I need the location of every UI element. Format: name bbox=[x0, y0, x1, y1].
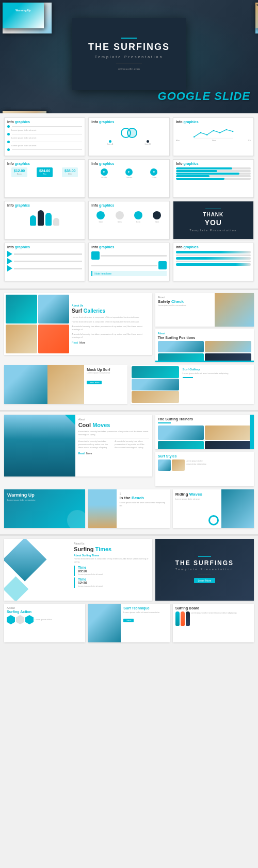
riding-waves-card: Riding Waves Lorem ipsum dolor sit amet bbox=[173, 489, 254, 528]
slide-info-6: Info graphics bbox=[173, 159, 254, 198]
gallery-img-3 bbox=[6, 325, 37, 353]
beach-t2: Beach bbox=[132, 496, 144, 500]
time2-label: Time bbox=[78, 577, 103, 581]
more-label: More bbox=[79, 341, 85, 344]
arrow-right-1 bbox=[7, 251, 12, 257]
hero-section: Surf Styles Warming Up THE SURFINGS Temp… bbox=[0, 0, 258, 113]
dot-1 bbox=[7, 125, 10, 128]
cool-moves-text3: A wonderful serenity has taken possessio… bbox=[115, 440, 149, 449]
surfings-dark-sub: Template Presentation bbox=[175, 568, 234, 571]
sg-img-3 bbox=[132, 391, 179, 403]
svg-point-3 bbox=[213, 130, 214, 131]
slide-info-2: Info graphics Item A Item B bbox=[88, 117, 169, 156]
bar-3 bbox=[45, 213, 52, 226]
cool-moves-t1: Cool bbox=[78, 422, 91, 428]
gallery-img-2 bbox=[38, 295, 70, 324]
surfings-btn[interactable]: Learn More bbox=[194, 578, 216, 583]
person-icon-2: ⚬ bbox=[125, 168, 133, 176]
circ-3 bbox=[134, 211, 142, 219]
surf-gallery-text-1: Human brain structure is composed of thr… bbox=[72, 316, 149, 319]
feature-row-3: About Cool Moves A wonderful serenity ha… bbox=[4, 415, 254, 486]
riding-img bbox=[221, 489, 254, 528]
slides-row-4: Info graphics bbox=[4, 243, 254, 281]
beach-img bbox=[88, 489, 117, 528]
mock-up-card: Mock Up Surf Lorem ipsum consectetur Lea… bbox=[4, 365, 127, 404]
hero-thumb-bl3 bbox=[3, 111, 46, 113]
surfing-positions-title: The Surfing Positions bbox=[158, 336, 251, 339]
circ-4 bbox=[153, 211, 161, 219]
hero-subtitle: Template Presentation bbox=[95, 55, 164, 59]
svg-point-5 bbox=[225, 129, 227, 130]
venn-circle-2 bbox=[127, 128, 137, 138]
cool-moves-t2: Moves bbox=[92, 422, 110, 428]
gallery-img-1 bbox=[6, 295, 37, 324]
surf-gallery-sm-card: Surf Gallery Lorem ipsum dolor sit amet … bbox=[131, 365, 254, 404]
svg-point-2 bbox=[206, 134, 208, 135]
time1-value: 09:30 bbox=[78, 569, 103, 573]
trainer-img-2 bbox=[205, 426, 251, 440]
svg-point-0 bbox=[194, 137, 195, 138]
technique-btn[interactable]: Detail bbox=[123, 619, 134, 622]
hero-title: THE SURFINGS bbox=[88, 42, 170, 53]
mock-up-img-1 bbox=[4, 365, 47, 404]
safety-check-card: About Safety Check Lorem ipsum dolor con… bbox=[155, 293, 254, 327]
trainer-img-1 bbox=[158, 426, 204, 440]
person-icon-1: ⚬ bbox=[101, 168, 108, 176]
slides-row-3: Info graphics Info graphics bbox=[4, 201, 254, 240]
hero-url: www.surfin.com bbox=[118, 67, 140, 71]
surf-gallery-text-4: A wonderful serenity has taken possessio… bbox=[72, 333, 149, 339]
time2-value: 12:30 bbox=[78, 581, 103, 585]
surf-technique-card: Surf Technique Lorem ipsum dolor sit ame… bbox=[88, 604, 169, 642]
surf-styles-title: Surf Styles bbox=[158, 454, 251, 458]
thankyou-text-2: YOU bbox=[189, 218, 237, 227]
person-icon-3: ⚬ bbox=[150, 168, 157, 176]
board-2 bbox=[181, 611, 185, 626]
warming-up-title: Warming Up bbox=[7, 492, 82, 498]
bottom-section: About Us Surfing Times About Surfing Tim… bbox=[0, 536, 258, 649]
dot-3 bbox=[7, 141, 10, 143]
surfing-times-img bbox=[4, 539, 46, 581]
cool-moves-text1: A wonderful serenity has taken possessio… bbox=[78, 430, 149, 436]
thankyou-text-1: THANK bbox=[189, 211, 237, 218]
surf-times-t2: Times bbox=[95, 546, 112, 552]
surf-times-t1: Surfing bbox=[74, 546, 94, 552]
infographics-section: Info graphics Lorem ipsum dolor sit amet… bbox=[0, 113, 258, 288]
mock-up-btn[interactable]: Learn More bbox=[87, 381, 101, 384]
board-3 bbox=[186, 611, 190, 626]
surf-gallery-text-3: A wonderful serenity has taken possessio… bbox=[72, 325, 149, 331]
bar-4 bbox=[53, 218, 59, 226]
sg-img-1 bbox=[132, 366, 179, 378]
info-label-1: Info bbox=[7, 120, 15, 124]
trainer-img-3 bbox=[158, 441, 204, 449]
hex-1 bbox=[7, 615, 15, 624]
surf-gallery-text-2: Human brain structure is composed of thr… bbox=[72, 320, 149, 324]
feature-section-1: About Us Surf Galleries Human brain stru… bbox=[0, 290, 258, 410]
cool-moves-img bbox=[4, 415, 75, 476]
cool-moves-card: About Cool Moves A wonderful serenity ha… bbox=[4, 415, 152, 476]
surfing-trainers-card: The Surfing Trainers bbox=[155, 415, 254, 449]
read-link[interactable]: Read bbox=[78, 452, 85, 455]
teal-box-1 bbox=[91, 251, 100, 260]
hero-center-slide: THE SURFINGS Template Presentation www.s… bbox=[72, 18, 186, 90]
feature-row-5: About Us Surfing Times About Surfing Tim… bbox=[4, 539, 254, 601]
surfings-dark-title: THE SURFINGS bbox=[175, 559, 234, 567]
feature-section-2: About Cool Moves A wonderful serenity ha… bbox=[0, 412, 258, 534]
surf-galleries-card: About Us Surf Galleries Human brain stru… bbox=[4, 293, 152, 355]
slide-info-9: Info graphics bbox=[4, 243, 85, 281]
surf-gallery-title-2: Galleries bbox=[84, 308, 105, 314]
dot-2 bbox=[7, 133, 10, 135]
riding-t2: Waves bbox=[189, 492, 202, 497]
warming-up-card: Warming Up Lorem ipsum dolor consectetur bbox=[4, 489, 85, 528]
bar-2 bbox=[38, 210, 44, 226]
slide-info-3: Info graphics bbox=[173, 117, 254, 156]
surf-times-text: Human brain structure is composed of my … bbox=[74, 557, 149, 564]
cool-moves-text2: A wonderful serenity has taken possessio… bbox=[78, 440, 113, 449]
slide-info-4: Info graphics $12.00 Basic $24.00 Pro $3… bbox=[4, 159, 85, 198]
page-wrapper: Surf Styles Warming Up THE SURFINGS Temp… bbox=[0, 0, 258, 649]
svg-point-6 bbox=[232, 131, 234, 132]
time2-desc1: Lorem ipsum dolor sit amet bbox=[78, 585, 103, 588]
mock-up-title: Mock Up Surf bbox=[87, 368, 110, 371]
in-the-beach-card: 1 In the Beach Lorem ipsum dolor sit ame… bbox=[88, 489, 169, 528]
thankyou-sub: Template Presentation bbox=[189, 229, 237, 232]
slide-thankyou: THANK YOU Template Presentation bbox=[173, 201, 254, 240]
